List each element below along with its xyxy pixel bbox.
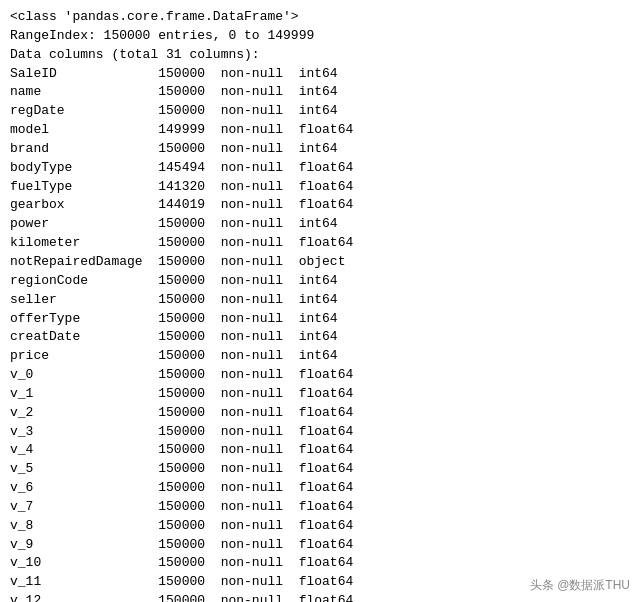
watermark: 头条 @数据派THU <box>530 577 630 594</box>
dataframe-info: <class 'pandas.core.frame.DataFrame'> Ra… <box>10 8 630 602</box>
main-container: <class 'pandas.core.frame.DataFrame'> Ra… <box>0 0 640 602</box>
